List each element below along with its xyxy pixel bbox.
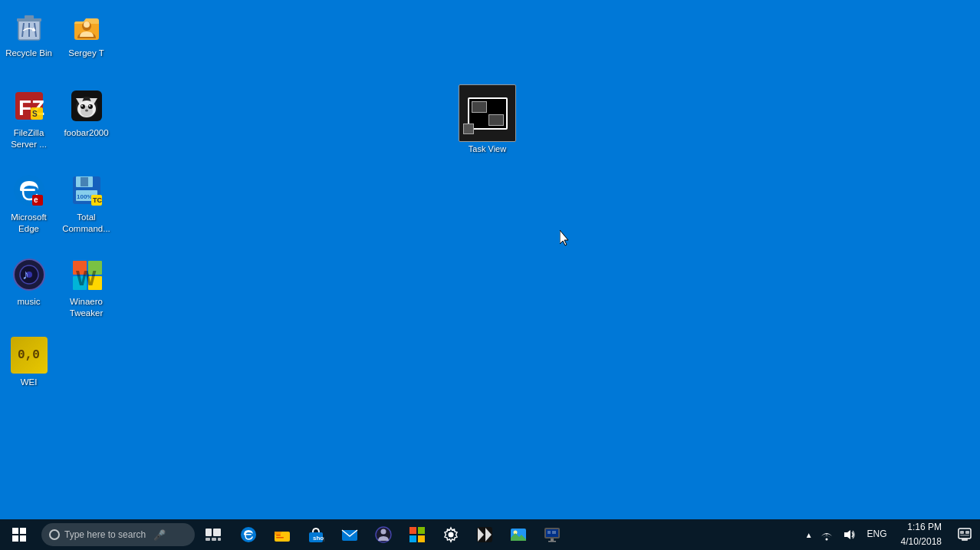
filezilla-label: FileZilla Server ... [3,127,54,150]
taskbar-settings-button[interactable] [434,519,468,550]
svg-text:e: e [34,196,38,204]
svg-marker-44 [560,230,568,245]
cursor [560,230,569,245]
microsoft-edge-image: e [11,172,48,209]
filezilla-icon[interactable]: FZ S FileZilla Server ... [0,84,58,153]
volume-icon [844,529,856,541]
svg-point-20 [88,104,93,109]
task-view-button[interactable] [198,519,229,550]
svg-text:TC: TC [93,196,102,204]
svg-rect-76 [548,531,551,534]
winaero-tweaker-label: Winaero Tweaker [61,296,112,319]
svg-rect-48 [212,538,216,541]
edge-taskbar-icon [240,526,257,543]
taskbar-pinned-icons: shop [232,519,569,550]
svg-rect-49 [218,538,221,541]
svg-text:100%: 100% [77,193,92,200]
action-center-icon [958,528,972,542]
taskbar-explorer-button[interactable] [265,519,299,550]
taskbar-foobar-button[interactable] [468,519,502,550]
wei-icon[interactable]: 0,0 WEI [0,334,58,391]
task-view-desktop-icon[interactable]: Task View [459,84,516,153]
total-commander-icon[interactable]: 100% TC Total Command... [58,169,115,238]
foobar2000-label: foobar2000 [64,127,108,139]
svg-rect-55 [276,537,284,538]
sergey-t-icon[interactable]: Sergey T [58,5,115,62]
taskbar-store-button[interactable]: shop [299,519,333,550]
network-icon [821,529,833,541]
taskbar-edge-button[interactable] [232,519,265,550]
date-display: 4/10/2018 [901,535,942,549]
chevron-icon: ▲ [805,531,813,539]
search-icon [49,529,60,540]
svg-rect-84 [960,535,969,536]
svg-point-60 [381,529,386,535]
total-commander-label: Total Command... [61,212,112,235]
wei-label: WEI [21,377,38,388]
search-placeholder: Type here to search [64,529,146,540]
svg-point-23 [85,110,88,112]
sergey-t-label: Sergey T [68,48,104,59]
recycle-bin-icon[interactable]: Recycle Bin [0,5,58,62]
win10-taskbar-icon [409,526,426,543]
svg-point-78 [825,538,827,541]
svg-text:shop: shop [313,535,324,542]
foobar2000-image [68,87,105,124]
svg-rect-46 [213,529,221,536]
store-taskbar-icon: shop [307,526,324,543]
volume-tray-icon[interactable] [838,519,861,550]
winaero-image: W [68,256,105,293]
svg-text:♪: ♪ [22,267,29,282]
foobar2000-icon[interactable]: foobar2000 [58,84,115,142]
taskbar-cortana-button[interactable] [367,519,400,550]
microsoft-edge-icon[interactable]: e Microsoft Edge [0,169,58,238]
music-icon[interactable]: ♪ music [0,253,58,311]
cortana-taskbar-icon [375,526,392,543]
explorer-taskbar-icon [274,526,291,543]
wei-image: 0,0 [11,337,48,374]
svg-point-19 [81,104,85,109]
svg-text:W: W [76,266,97,290]
svg-rect-61 [409,527,416,534]
taskbar-rdp-button[interactable] [535,519,569,550]
svg-marker-79 [844,530,850,539]
svg-text:S: S [32,110,38,118]
taskbar-win10-button[interactable] [400,519,434,550]
svg-rect-30 [81,177,88,186]
language-label: ENG [867,529,887,541]
clock-button[interactable]: 1:16 PM 4/10/2018 [893,519,949,550]
taskbar-photo-button[interactable] [502,519,535,550]
task-view-icon [206,529,221,541]
taskbar: Type here to search 🎤 [0,519,980,550]
svg-rect-74 [551,538,554,541]
svg-rect-63 [409,535,416,542]
svg-rect-54 [276,535,281,536]
rdp-taskbar-icon [544,526,561,543]
taskbar-mail-button[interactable] [333,519,367,550]
network-tray-icon[interactable] [815,519,838,550]
recycle-bin-label: Recycle Bin [5,48,52,59]
time-display: 1:16 PM [907,520,942,535]
microsoft-edge-label: Microsoft Edge [3,212,54,235]
language-button[interactable]: ENG [861,519,893,550]
svg-point-22 [89,105,90,107]
task-view-label: Task View [459,144,516,153]
action-center-button[interactable] [949,519,980,550]
svg-point-65 [449,532,454,538]
search-box[interactable]: Type here to search 🎤 [41,523,195,546]
svg-rect-82 [960,531,964,534]
svg-rect-2 [25,15,34,19]
svg-rect-77 [552,531,556,534]
start-button[interactable] [0,519,38,550]
show-hidden-icons-button[interactable]: ▲ [803,519,815,550]
total-commander-image: 100% TC [68,172,105,209]
svg-point-8 [84,21,90,28]
windows-logo-icon [12,528,26,542]
filezilla-image: FZ S [11,87,48,124]
music-image: ♪ [11,256,48,293]
svg-rect-47 [206,538,210,541]
recycle-bin-image [11,8,48,44]
svg-rect-83 [965,531,969,534]
winaero-icon[interactable]: W Winaero Tweaker [58,253,115,322]
svg-rect-45 [206,529,212,536]
